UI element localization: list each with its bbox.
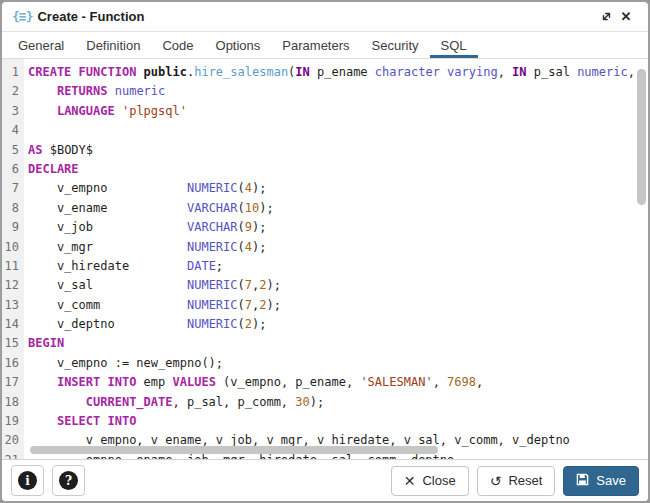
code-line: v_empno NUMERIC(4); [28,179,648,198]
code-line: CREATE FUNCTION public.hire_salesman(IN … [28,63,648,82]
code-line: BEGIN [28,334,648,353]
sql-editor[interactable]: 123456789101112131415161718192021 CREATE… [2,59,648,459]
tab-definition[interactable]: Definition [75,32,151,58]
line-number: 18 [2,393,19,412]
create-function-dialog: {≡} Create - Function ✕ General Definiti… [0,0,650,503]
close-dialog-button[interactable]: ✕ [616,7,636,27]
tab-parameters[interactable]: Parameters [271,32,360,58]
line-number: 7 [2,179,19,198]
line-number: 3 [2,102,19,121]
vertical-scrollbar-thumb[interactable] [637,69,646,205]
code-line: v_deptno NUMERIC(2); [28,315,648,334]
code-line: v_hiredate DATE; [28,257,648,276]
tab-sql[interactable]: SQL [430,32,478,58]
tab-security[interactable]: Security [361,32,430,58]
line-number: 12 [2,276,19,295]
maximize-button[interactable] [596,7,616,27]
line-number: 11 [2,257,19,276]
help-button[interactable]: ? [52,465,85,496]
line-number: 1 [2,63,19,82]
code-line: SELECT INTO [28,412,648,431]
expand-icon [600,10,613,23]
line-number: 2 [2,82,19,101]
dialog-titlebar: {≡} Create - Function ✕ [2,2,648,32]
code-line: INSERT INTO emp VALUES (v_empno, p_ename… [28,373,648,392]
save-icon [576,473,589,488]
reset-button[interactable]: ↺ Reset [477,466,556,496]
line-number: 19 [2,412,19,431]
line-number: 17 [2,373,19,392]
reset-icon: ↺ [490,474,502,488]
code-line: v_mgr NUMERIC(4); [28,238,648,257]
save-button[interactable]: Save [563,466,639,496]
code-line: v_empno := new_empno(); [28,354,648,373]
dialog-title: Create - Function [37,9,144,24]
close-x-icon: ✕ [404,474,416,488]
line-number: 21 [2,451,19,459]
code-line: CURRENT_DATE, p_sal, p_comm, 30); [28,393,648,412]
code-line: LANGUAGE 'plpgsql' [28,102,648,121]
code-line: v_comm NUMERIC(7,2); [28,296,648,315]
code-line [28,121,648,140]
code-line: v_ename VARCHAR(10); [28,199,648,218]
tab-general[interactable]: General [7,32,75,58]
line-number: 8 [2,199,19,218]
line-number: 20 [2,431,19,450]
tab-options[interactable]: Options [205,32,272,58]
code-line: DECLARE [28,160,648,179]
info-icon: i [18,471,37,490]
code-line: AS $BODY$ [28,141,648,160]
function-icon: {≡} [12,9,32,24]
line-number: 16 [2,354,19,373]
horizontal-scrollbar-thumb[interactable] [30,446,438,454]
save-button-label: Save [596,473,626,488]
reset-button-label: Reset [508,473,542,488]
tab-code[interactable]: Code [151,32,204,58]
dialog-footer: i ? ✕ Close ↺ Reset Save [2,459,648,501]
code-line: v_sal NUMERIC(7,2); [28,276,648,295]
close-button[interactable]: ✕ Close [391,466,469,496]
line-number: 5 [2,141,19,160]
line-number: 14 [2,315,19,334]
line-number: 15 [2,334,19,353]
close-icon: ✕ [621,9,632,24]
line-number: 6 [2,160,19,179]
line-number: 13 [2,296,19,315]
info-button[interactable]: i [11,465,44,496]
code-line: v_job VARCHAR(9); [28,218,648,237]
line-number: 4 [2,121,19,140]
close-button-label: Close [422,473,455,488]
line-number-gutter: 123456789101112131415161718192021 [2,59,24,459]
code-line: RETURNS numeric [28,82,648,101]
help-icon: ? [59,471,78,490]
dialog-tabbar: General Definition Code Options Paramete… [2,32,648,59]
line-number: 10 [2,238,19,257]
line-number: 9 [2,218,19,237]
code-content[interactable]: CREATE FUNCTION public.hire_salesman(IN … [24,59,648,459]
